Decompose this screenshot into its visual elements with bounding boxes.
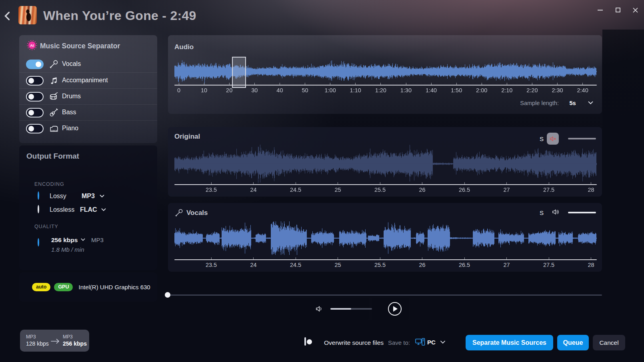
- tick: 25.5: [374, 182, 386, 193]
- cancel-button[interactable]: Cancel: [593, 335, 625, 350]
- vocals-waveform[interactable]: [174, 221, 597, 255]
- tick-mark: [204, 83, 204, 85]
- tick-label: 2:30: [552, 87, 563, 93]
- tick-mark: [338, 257, 338, 259]
- tick-label: 28: [588, 187, 594, 193]
- conversion-from: MP3 128 kbps: [26, 334, 49, 347]
- queue-button[interactable]: Queue: [557, 335, 589, 350]
- tick: 23.5: [206, 257, 217, 268]
- toggle-knob: [28, 78, 34, 84]
- output-format-title: Output Format: [26, 152, 79, 161]
- separate-music-sources-button[interactable]: Separate Music Sources: [466, 335, 553, 350]
- lossy-format-value[interactable]: MP3: [82, 193, 95, 200]
- tick-label: 40: [276, 87, 283, 93]
- maximize-button[interactable]: [612, 5, 624, 15]
- bass-guitar-icon: [49, 107, 59, 117]
- tick-mark: [456, 83, 457, 85]
- tick-label: 2:40: [577, 87, 588, 93]
- sample-selection-box[interactable]: [232, 57, 246, 88]
- play-button[interactable]: [388, 302, 402, 316]
- tick-label: 26: [419, 187, 425, 193]
- tick-mark: [330, 83, 330, 85]
- lossless-radio[interactable]: [38, 205, 39, 213]
- tick-label: 2:00: [476, 87, 487, 93]
- tick: 1:10: [350, 83, 361, 93]
- toggle-knob: [307, 339, 312, 344]
- save-destination[interactable]: PC: [427, 339, 436, 346]
- chevron-down-icon[interactable]: [100, 195, 104, 198]
- tick-mark: [548, 257, 549, 259]
- tick-label: 26.5: [459, 262, 470, 268]
- playback-volume-fill[interactable]: [330, 308, 351, 310]
- tick: 2:20: [526, 83, 538, 93]
- tick: 1:40: [426, 83, 437, 93]
- minimize-button[interactable]: [594, 5, 606, 15]
- gpu-badge[interactable]: GPU: [54, 283, 73, 291]
- lossless-label: Lossless: [50, 206, 74, 213]
- vocals-volume-slider[interactable]: [568, 212, 596, 213]
- tick-mark: [422, 257, 422, 259]
- original-solo-button[interactable]: S: [540, 135, 544, 142]
- accompaniment-toggle[interactable]: [26, 76, 44, 86]
- drum-icon: [49, 91, 59, 101]
- tick-mark: [338, 182, 338, 184]
- toggle-knob: [36, 62, 41, 67]
- original-mute-button[interactable]: [547, 133, 559, 145]
- seek-thumb[interactable]: [165, 292, 170, 298]
- tick-mark: [380, 257, 380, 259]
- overwrite-toggle[interactable]: [304, 337, 306, 346]
- drums-toggle[interactable]: [26, 92, 44, 101]
- vocals-solo-button[interactable]: S: [540, 209, 544, 216]
- lossless-format-value[interactable]: FLAC: [80, 206, 97, 213]
- tick-label: 1:00: [324, 87, 336, 93]
- tick-label: 20: [226, 87, 232, 93]
- tick: 25.5: [374, 257, 386, 268]
- tick: 2:00: [476, 83, 487, 93]
- close-button[interactable]: [629, 5, 641, 15]
- from-format: MP3: [26, 334, 49, 340]
- gpu-device-name: Intel(R) UHD Graphics 630: [78, 284, 150, 290]
- background-right-shade: [602, 30, 644, 362]
- stem-row-accompaniment: Accompaniment: [19, 72, 157, 89]
- vocals-toggle[interactable]: [26, 60, 44, 69]
- tick: 1:30: [400, 83, 412, 93]
- tick: 27: [503, 182, 510, 193]
- tick-mark: [482, 83, 482, 85]
- chevron-down-icon[interactable]: [101, 208, 106, 211]
- sample-length-value[interactable]: 5s: [569, 100, 576, 106]
- seek-bar[interactable]: [168, 294, 602, 296]
- minimize-icon: [598, 10, 603, 11]
- tick-label: 26: [419, 262, 425, 268]
- chevron-down-icon[interactable]: [588, 101, 593, 105]
- lossy-radio[interactable]: [38, 191, 39, 200]
- to-format: MP3: [63, 334, 87, 340]
- microphone-icon: [174, 208, 184, 217]
- tick: 40: [276, 83, 283, 93]
- tick: 24.5: [290, 257, 301, 268]
- auto-badge[interactable]: auto: [32, 283, 50, 291]
- quality-radio[interactable]: [38, 238, 39, 247]
- speaker-icon[interactable]: [552, 209, 560, 215]
- original-waveform[interactable]: [174, 145, 597, 183]
- toggle-knob: [28, 94, 34, 99]
- overwrite-label: Overwrite source files: [324, 339, 384, 346]
- tick: 20: [226, 83, 232, 93]
- volume-speaker-icon[interactable]: [316, 305, 324, 312]
- back-button[interactable]: [3, 11, 13, 21]
- save-to-label: Save to:: [388, 339, 410, 346]
- size-estimate: 1.8 Mb / min: [51, 246, 84, 253]
- app-window: When You’re Gone - 2:49 AI Music Source …: [0, 0, 644, 362]
- processor-panel: auto GPU Intel(R) UHD Graphics 630: [19, 272, 157, 302]
- vocals-track-panel: Vocals S 23.52424.52525.52626.52727.528: [168, 203, 602, 272]
- encoding-label: ENCODING: [34, 181, 64, 187]
- stem-row-piano: Piano: [19, 120, 157, 137]
- conversion-summary: MP3 128 kbps MP3 256 kbps: [20, 330, 89, 352]
- bass-guitar-toggle[interactable]: [26, 108, 44, 117]
- piano-toggle[interactable]: [26, 124, 44, 133]
- bitrate-value[interactable]: 256 kbps: [51, 237, 78, 244]
- chevron-down-icon[interactable]: [81, 238, 85, 241]
- tick: 25: [334, 257, 341, 268]
- tick: 26: [419, 182, 425, 193]
- chevron-down-icon[interactable]: [440, 340, 446, 344]
- original-volume-slider[interactable]: [568, 138, 596, 139]
